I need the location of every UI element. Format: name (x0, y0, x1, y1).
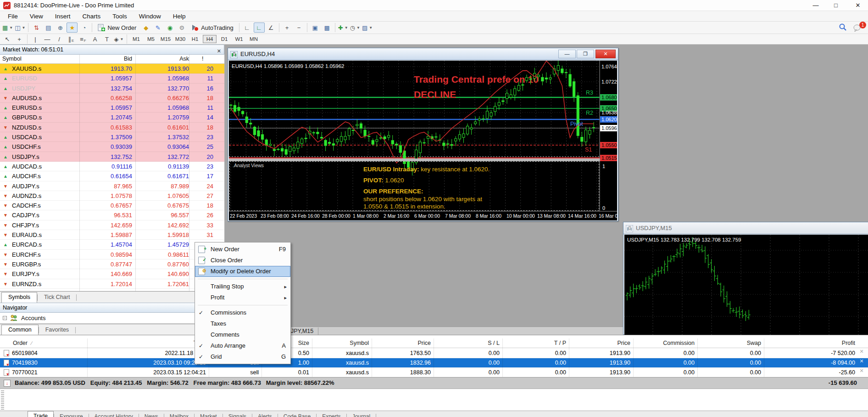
timeframe-h4[interactable]: H4 (203, 35, 217, 43)
terminal-col-order[interactable]: Order∕ (0, 338, 87, 348)
terminal-tab-trade[interactable]: Trade (28, 411, 54, 417)
market-watch-row-audchf.s[interactable]: ▲AUDCHF.s0.616540.6167117 (0, 171, 224, 181)
window-minimize-button[interactable]: — (806, 0, 826, 11)
timeframe-m1[interactable]: M1 (129, 35, 143, 43)
context-menu-item-new-order[interactable]: +New OrderF9 (195, 244, 290, 255)
window-close-button[interactable]: ✕ (848, 0, 868, 11)
vertical-line-tool[interactable]: | (30, 34, 41, 44)
market-watch-row-audcad.s[interactable]: ▲AUDCAD.s0.911160.9113923 (0, 162, 224, 171)
panel-grip[interactable] (1, 390, 4, 413)
notifications-icon[interactable]: 1 (853, 23, 865, 31)
context-menu-item-profit[interactable]: Profit▸ (195, 292, 290, 303)
terminal-col-time[interactable]: Time (87, 338, 209, 348)
tree-item-accounts[interactable]: Accounts (21, 315, 45, 321)
cascade-windows-icon[interactable]: ▩ (322, 23, 333, 33)
terminal-col-price[interactable]: Price (372, 338, 434, 348)
market-watch-row-eurjpy.s[interactable]: ▼EURJPY.s140.669140.690 (0, 269, 224, 279)
chart2-title-bar[interactable]: USDJPY,M15 (623, 222, 868, 234)
context-menu-item-auto-arrange[interactable]: ✓Auto ArrangeA (195, 340, 290, 351)
cursor-tool[interactable]: ↖ (2, 34, 13, 44)
autotrading-button[interactable]: AutoTrading (188, 23, 237, 33)
market-watch-row-eurnzd.s[interactable]: ▼EURNZD.s1.720141.72061 (0, 279, 224, 289)
market-watch-row-eurchf.s[interactable]: ▼EURCHF.s0.985940.98611 (0, 250, 224, 259)
close-position-icon[interactable]: ✕ (857, 368, 866, 374)
zoom-out-icon[interactable]: − (294, 23, 305, 33)
zoom-in-icon[interactable]: + (282, 23, 293, 33)
search-icon[interactable] (839, 23, 847, 31)
market-watch-row-gbpusd.s[interactable]: ▲GBPUSD.s1.207451.2075914 (0, 113, 224, 122)
new-order-button[interactable]: New Order (94, 23, 140, 33)
market-watch-row-eurgbp.s[interactable]: ▼EURGBP.s0.877470.87760 (0, 259, 224, 269)
market-watch-row-eurusd[interactable]: ▲EURUSD1.059571.0596811 (0, 73, 224, 83)
signals-icon[interactable]: ◉ (164, 23, 175, 33)
profiles-icon[interactable]: ◫▼ (14, 23, 26, 33)
context-menu-item-commissions[interactable]: ✓Commissions (195, 307, 290, 318)
menu-item-insert[interactable]: Insert (49, 12, 77, 21)
settings-icon[interactable]: ⚙ (176, 23, 187, 33)
market-watch-row-nzdusd.s[interactable]: ▼NZDUSD.s0.615830.6160118 (0, 123, 224, 132)
tab-common[interactable]: Common (1, 325, 39, 336)
terminal-col-symbol[interactable]: Symbol (312, 338, 372, 348)
text-label-tool[interactable]: T (101, 34, 112, 44)
order-row-70770021[interactable]: ▾707700212023.03.15 12:04:21sell0.01xauu… (0, 368, 868, 378)
data-window-icon[interactable]: ▤ (43, 23, 54, 33)
indicators-icon[interactable]: ✚▼ (338, 23, 349, 33)
market-watch-row-usdjpy[interactable]: ▲USDJPY132.754132.77016 (0, 84, 224, 93)
terminal-col-profit[interactable]: Profit (764, 338, 858, 348)
market-watch-row-usdcad.s[interactable]: ▲USDCAD.s1.375091.3753223 (0, 132, 224, 142)
tree-collapse-icon[interactable]: − (3, 316, 7, 320)
horizontal-line-tool[interactable]: — (42, 34, 53, 44)
market-watch-icon[interactable]: ⇅ (31, 23, 42, 33)
terminal-tab-journal[interactable]: Journal (347, 412, 376, 417)
context-menu-item-comments[interactable]: Comments (195, 329, 290, 340)
chart1-title-bar[interactable]: EURUSD,H4 — ❐ ✕ (228, 48, 618, 60)
menu-item-help[interactable]: Help (167, 12, 192, 21)
chart1-restore-button[interactable]: ❐ (577, 50, 594, 58)
terminal-tab-experts[interactable]: Experts (317, 412, 346, 417)
periods-icon[interactable]: ◷▼ (350, 23, 361, 33)
trendline-tool[interactable]: / (54, 34, 65, 44)
market-watch-row-eurusd.s[interactable]: ▲EURUSD.s1.059571.0596811 (0, 103, 224, 113)
deposit-icon[interactable]: ◆ (140, 23, 151, 33)
close-position-icon[interactable]: ✕ (857, 358, 866, 364)
market-watch-row-eurcad.s[interactable]: ▲EURCAD.s1.457041.45729 (0, 240, 224, 249)
tile-windows-icon[interactable]: ▣ (310, 23, 321, 33)
market-watch-close-icon[interactable]: ✕ (217, 46, 221, 56)
close-position-icon[interactable]: ✕ (857, 349, 866, 355)
terminal-col-tp[interactable]: T / P (502, 338, 569, 348)
menu-item-file[interactable]: File (2, 12, 24, 21)
menu-item-charts[interactable]: Charts (77, 12, 107, 21)
window-maximize-button[interactable]: □ (826, 0, 846, 11)
timeframe-m5[interactable]: M5 (144, 35, 158, 43)
market-watch-row-cadjpy.s[interactable]: ▼CADJPY.s96.53196.55726 (0, 210, 224, 220)
terminal-col-swap[interactable]: Swap (697, 338, 764, 348)
timeframe-d1[interactable]: D1 (217, 35, 231, 43)
terminal-tab-code-base[interactable]: Code Base (278, 412, 316, 417)
market-watch-row-audnzd.s[interactable]: ▼AUDNZD.s1.075781.0760527 (0, 191, 224, 201)
market-watch-row-cadchf.s[interactable]: ▼CADCHF.s0.676570.6767518 (0, 201, 224, 210)
market-watch-row-usdchf.s[interactable]: ▲USDCHF.s0.930390.9306425 (0, 142, 224, 152)
col-spread[interactable]: ! (202, 56, 203, 62)
menu-item-tools[interactable]: Tools (106, 12, 133, 21)
timeframe-mn[interactable]: MN (247, 35, 261, 43)
terminal-tab-mailbox[interactable]: Mailbox (164, 412, 194, 417)
candle-chart-mode-icon[interactable]: ∟ (254, 23, 265, 33)
context-menu-item-grid[interactable]: ✓GridG (195, 351, 290, 362)
templates-icon[interactable]: ▨▼ (362, 23, 373, 33)
terminal-tab-signals[interactable]: Signals (223, 412, 252, 417)
timeframe-m15[interactable]: M15 (159, 35, 172, 43)
context-menu-item-modify-or-delete-order[interactable]: ⚙Modify or Delete Order (195, 266, 290, 277)
fibonacci-tool[interactable]: ≡F (78, 34, 89, 44)
context-menu-item-trailing-stop[interactable]: Trailing Stop▸ (195, 281, 290, 292)
usdjpy-chart-canvas[interactable]: USDJPY,M15 132.783 132.799 132.708 132.7… (624, 235, 868, 335)
navigator-icon[interactable]: ⊕ (55, 23, 66, 33)
bar-chart-mode-icon[interactable]: ∟ (242, 23, 253, 33)
terminal-tab-account-history[interactable]: Account History (89, 412, 139, 417)
eurusd-chart-canvas[interactable]: Trading Central prefe on 10DECLINER3R2Pi… (229, 61, 617, 220)
terminal-col-sl[interactable]: S / L (434, 338, 502, 348)
arrows-tool[interactable]: ◈▼ (113, 34, 124, 44)
chart1-minimize-button[interactable]: — (558, 50, 576, 58)
chart-tab-usdjpy[interactable]: JPY,M15 (291, 327, 318, 335)
metaeditor-icon[interactable]: ✎ (152, 23, 163, 33)
market-watch-row-chfjpy.s[interactable]: ▼CHFJPY.s142.659142.69233 (0, 220, 224, 230)
